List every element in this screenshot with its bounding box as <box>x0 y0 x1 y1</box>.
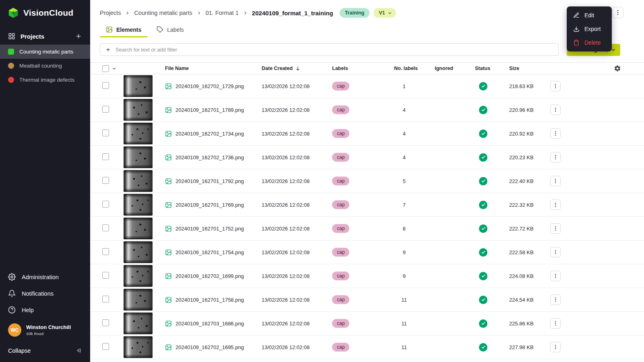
image-thumbnail[interactable] <box>124 289 153 311</box>
image-thumbnail[interactable] <box>124 123 153 144</box>
row-menu-button[interactable] <box>550 81 561 91</box>
breadcrumb-project[interactable]: Counting metalic parts <box>134 10 192 16</box>
column-status[interactable]: Status <box>472 66 506 71</box>
date-created-cell: 13/02/2026 12:02:08 <box>258 131 329 137</box>
file-name[interactable]: 20240109_162702_1729.png <box>175 83 244 89</box>
file-name[interactable]: 20240109_162701_1789.png <box>175 107 244 113</box>
file-size-cell: 220.92 KB <box>506 131 550 137</box>
row-menu-button[interactable] <box>550 271 561 281</box>
search-filter-bar[interactable] <box>100 43 559 56</box>
row-checkbox[interactable] <box>102 106 109 113</box>
file-name[interactable]: 20240109_162701_1752.png <box>175 226 244 232</box>
row-menu-button[interactable] <box>550 342 561 352</box>
user-profile[interactable]: WC Winston Churchill Silk Road <box>0 318 90 342</box>
menu-item-edit[interactable]: Edit <box>567 8 612 22</box>
row-checkbox[interactable] <box>102 296 109 302</box>
column-file-name[interactable]: File Name <box>162 66 258 71</box>
image-thumbnail[interactable] <box>124 265 153 287</box>
file-name[interactable]: 20240109_162701_1754.png <box>175 249 244 255</box>
row-checkbox[interactable] <box>102 248 109 255</box>
logo[interactable]: VisionCloud <box>0 0 90 26</box>
label-badge: cap <box>332 200 349 209</box>
image-thumbnail[interactable] <box>124 336 153 358</box>
add-filter-plus-icon[interactable] <box>105 47 111 53</box>
column-date-created[interactable]: Date Created <box>258 66 329 71</box>
row-menu-button[interactable] <box>550 200 561 210</box>
row-menu-button[interactable] <box>550 318 561 329</box>
sidebar-project-item[interactable]: Meatball counting <box>0 59 90 73</box>
file-name[interactable]: 20240109_162701_1769.png <box>175 202 244 208</box>
menu-item-delete[interactable]: Delete <box>567 36 612 49</box>
row-menu-button[interactable] <box>550 294 561 305</box>
row-checkbox[interactable] <box>102 319 109 326</box>
sidebar-item-help[interactable]: Help <box>0 302 90 318</box>
table-row: 20240109_162702_1729.png 13/02/2026 12:0… <box>90 74 644 98</box>
image-file-icon <box>165 202 172 208</box>
table-row: 20240109_162702_1736.png 13/02/2026 12:0… <box>90 146 644 169</box>
image-thumbnail[interactable] <box>124 218 153 239</box>
kebab-icon <box>553 226 558 231</box>
row-checkbox[interactable] <box>102 224 109 231</box>
sort-desc-icon[interactable] <box>295 66 301 71</box>
tab-labels[interactable]: Labels <box>151 23 190 37</box>
row-checkbox[interactable] <box>102 177 109 184</box>
row-menu-button[interactable] <box>550 223 561 234</box>
menu-item-export[interactable]: Export <box>567 22 612 36</box>
breadcrumb-format[interactable]: 01. Format 1 <box>206 10 239 16</box>
image-thumbnail[interactable] <box>124 241 153 263</box>
row-menu-button[interactable] <box>550 128 561 139</box>
file-name[interactable]: 20240109_162702_1734.png <box>175 131 244 137</box>
image-thumbnail[interactable] <box>124 170 153 192</box>
file-name[interactable]: 20240109_162702_1736.png <box>175 154 244 160</box>
tab-elements[interactable]: Elements <box>100 23 147 37</box>
image-file-icon <box>165 83 172 90</box>
sidebar-project-item[interactable]: Thermal image defects <box>0 73 90 87</box>
image-thumbnail[interactable] <box>124 194 153 216</box>
app-title: VisionCloud <box>23 8 73 18</box>
file-name[interactable]: 20240109_162701_1758.png <box>175 297 244 303</box>
row-checkbox[interactable] <box>102 82 109 89</box>
add-project-button[interactable] <box>75 33 82 40</box>
column-labels[interactable]: Labels <box>329 66 389 71</box>
tab-bar: Elements Labels <box>90 23 644 37</box>
file-name[interactable]: 20240109_162702_1699.png <box>175 273 244 279</box>
sidebar-project-item[interactable]: Counting metalic parts <box>0 45 90 59</box>
date-created-cell: 13/02/2026 12:02:08 <box>258 202 329 208</box>
row-menu-button[interactable] <box>550 152 561 162</box>
select-options-chevron-icon[interactable] <box>111 66 117 71</box>
image-thumbnail[interactable] <box>124 99 153 121</box>
collapse-sidebar-button[interactable]: Collapse <box>0 342 90 362</box>
main-content: Projects Counting metalic parts 01. Form… <box>90 0 644 362</box>
column-no-labels[interactable]: No. labels <box>389 66 431 71</box>
search-input[interactable] <box>116 47 553 53</box>
file-name[interactable]: 20240109_162701_1792.png <box>175 178 244 184</box>
image-thumbnail[interactable] <box>124 146 153 168</box>
image-thumbnail[interactable] <box>124 313 153 334</box>
label-badge: cap <box>332 153 349 162</box>
table-row: 20240109_162701_1758.png 13/02/2026 12:0… <box>90 288 644 312</box>
file-size-cell: 224.54 KB <box>506 297 550 303</box>
row-checkbox[interactable] <box>102 343 109 350</box>
column-ignored[interactable]: Ignored <box>431 66 472 71</box>
status-ok-icon <box>479 343 487 352</box>
file-name[interactable]: 20240109_162703_1686.png <box>175 321 244 327</box>
file-size-cell: 222.72 KB <box>506 226 550 232</box>
table-settings-gear-icon[interactable] <box>614 65 621 72</box>
select-all-checkbox[interactable] <box>102 65 109 72</box>
row-checkbox[interactable] <box>102 153 109 160</box>
breadcrumb-projects[interactable]: Projects <box>100 10 121 16</box>
file-name[interactable]: 20240109_162702_1695.png <box>175 344 244 350</box>
dataset-menu-button[interactable] <box>612 7 623 18</box>
sidebar-item-administration[interactable]: Administration <box>0 269 90 285</box>
row-checkbox[interactable] <box>102 272 109 279</box>
column-size[interactable]: Size <box>506 66 550 71</box>
row-checkbox[interactable] <box>102 130 109 136</box>
bell-icon <box>8 290 16 297</box>
row-menu-button[interactable] <box>550 247 561 257</box>
row-menu-button[interactable] <box>550 176 561 186</box>
row-menu-button[interactable] <box>550 105 561 115</box>
image-thumbnail[interactable] <box>124 75 153 97</box>
version-badge[interactable]: V1 <box>374 8 396 18</box>
row-checkbox[interactable] <box>102 201 109 208</box>
sidebar-item-notifications[interactable]: Notifications <box>0 285 90 302</box>
